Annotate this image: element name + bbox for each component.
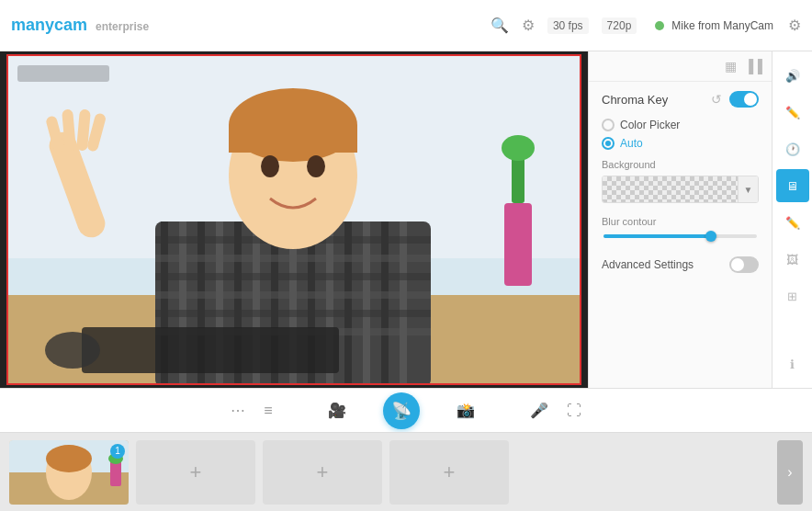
main-area: ▦ ▐▐ Chroma Key ↺ Color Picker [0, 51, 812, 388]
blur-label: Blur contour [602, 216, 759, 227]
thumbnail-add-2[interactable]: + [263, 440, 382, 505]
background-label: Background [602, 159, 759, 170]
blur-section: Blur contour [602, 216, 759, 238]
logo-edition: enterprise [96, 20, 149, 33]
broadcast-button[interactable]: 📡 [383, 392, 420, 429]
res-badge: 720p [602, 17, 637, 34]
right-sidebar: 🔊 ✏️ 🕐 🖥 ✏️ 🖼 ⊞ ℹ [772, 51, 812, 388]
radio-auto-circle [602, 137, 615, 150]
toolbar-left: ⋯ ≡ [231, 402, 272, 419]
auto-label: Auto [620, 137, 643, 150]
video-svg [8, 56, 581, 385]
sidebar-clock-icon[interactable]: 🕐 [776, 132, 809, 165]
sidebar-pencil-icon[interactable]: ✏️ [776, 96, 809, 129]
effects-icon[interactable]: ⚙ [522, 17, 535, 34]
blur-slider-fill [603, 234, 711, 238]
topbar-settings-icon[interactable]: ⚙ [788, 17, 801, 34]
sidebar-info-icon[interactable]: ℹ [776, 347, 809, 380]
chroma-key-header: Chroma Key ↺ [602, 91, 759, 108]
thumbnail-add-1[interactable]: + [136, 440, 255, 505]
thumb-badge: 1 [110, 444, 125, 459]
svg-rect-39 [17, 65, 109, 82]
color-picker-label: Color Picker [620, 119, 680, 131]
svg-rect-36 [504, 203, 532, 286]
menu-dots-icon[interactable]: ⋯ [231, 402, 245, 419]
video-person [8, 56, 580, 383]
chroma-key-controls: ↺ [711, 91, 759, 108]
snapshot-icon[interactable]: 📸 [457, 402, 475, 419]
radio-group: Color Picker Auto [602, 119, 759, 150]
toggle-knob [744, 93, 757, 106]
bg-checkered [603, 176, 738, 202]
advanced-settings-toggle[interactable] [729, 256, 759, 273]
svg-rect-34 [82, 327, 339, 373]
bottom-toolbar: ⋯ ≡ 🎥 📡 📸 🎤 ⛶ [0, 388, 812, 432]
sidebar-grid-icon[interactable]: ⊞ [776, 279, 809, 312]
thumbnail-add-3[interactable]: + [389, 440, 509, 505]
thumbnail-active[interactable]: 1 [9, 440, 129, 505]
svg-rect-26 [229, 125, 357, 153]
camera-icon[interactable]: 🎥 [328, 402, 346, 419]
svg-point-43 [46, 445, 92, 472]
user-area: Mike from ManyCam [655, 19, 773, 32]
reset-button[interactable]: ↺ [711, 92, 722, 107]
advanced-settings-row: Advanced Settings [602, 249, 759, 280]
bg-dropdown-arrow[interactable]: ▼ [738, 176, 758, 202]
fps-badge: 30 fps [547, 17, 589, 34]
sidebar-edit2-icon[interactable]: ✏️ [776, 206, 809, 239]
thumbnails-bar: 1 + + + › [0, 432, 812, 511]
chroma-key-section: Chroma Key ↺ Color Picker Auto [589, 82, 772, 290]
toolbar-right: 🎤 ⛶ [530, 402, 581, 419]
right-panel: ▦ ▐▐ Chroma Key ↺ Color Picker [588, 51, 772, 388]
zoom-icon[interactable]: 🔍 [491, 17, 509, 34]
mic-icon[interactable]: 🎤 [530, 402, 548, 419]
grid-icon[interactable]: ▦ [725, 59, 737, 74]
logo-brand: manycam [11, 16, 87, 34]
thumbnail-next-button[interactable]: › [777, 440, 803, 505]
video-person-img [8, 56, 580, 383]
sidebar-volume-icon[interactable]: 🔊 [776, 59, 809, 92]
sidebar-screen-icon[interactable]: 🖥 [776, 169, 809, 202]
panel-top-icons: ▦ ▐▐ [589, 51, 772, 82]
blur-slider-thumb[interactable] [705, 231, 716, 242]
advanced-toggle-knob [731, 258, 744, 271]
background-picker[interactable]: ▼ [602, 176, 759, 203]
video-area [0, 51, 588, 388]
topbar-icons: 🔍 ⚙ 30 fps 720p [491, 17, 637, 34]
video-frame [6, 54, 581, 385]
advanced-settings-label: Advanced Settings [602, 258, 694, 271]
chroma-key-title: Chroma Key [602, 93, 668, 107]
radio-color-picker[interactable]: Color Picker [602, 119, 759, 131]
svg-point-28 [307, 155, 325, 177]
bars-icon[interactable]: ▐▐ [744, 59, 762, 74]
radio-color-picker-circle [602, 119, 615, 131]
user-status-dot [655, 21, 664, 30]
svg-point-38 [502, 135, 535, 161]
svg-point-35 [45, 332, 100, 369]
fullscreen-icon[interactable]: ⛶ [567, 403, 581, 419]
blur-slider[interactable] [603, 234, 757, 238]
sidebar-image-icon[interactable]: 🖼 [776, 243, 809, 276]
list-icon[interactable]: ≡ [264, 403, 272, 419]
radio-auto[interactable]: Auto [602, 137, 759, 150]
svg-point-27 [261, 155, 279, 177]
chroma-key-toggle[interactable] [729, 91, 759, 108]
app-logo: manycam enterprise [11, 16, 149, 35]
topbar: manycam enterprise 🔍 ⚙ 30 fps 720p Mike … [0, 0, 812, 51]
user-name: Mike from ManyCam [671, 19, 773, 32]
